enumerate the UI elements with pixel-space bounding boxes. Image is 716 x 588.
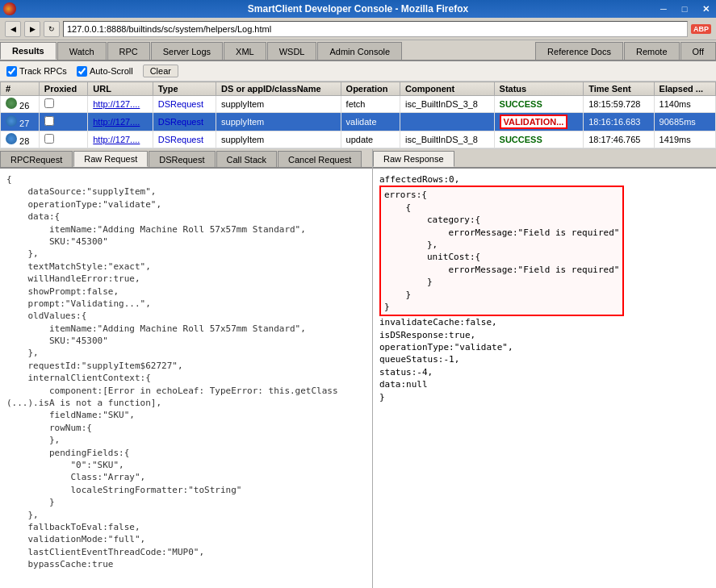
row-icon — [6, 98, 17, 109]
right-panel: Raw Response affectedRows:0, errors:{ { … — [373, 149, 716, 588]
cell-icon: 28 — [1, 131, 40, 148]
bottom-panel: RPCRequest Raw Request DSRequest Call St… — [0, 149, 716, 588]
row-icon — [6, 115, 17, 127]
forward-button[interactable]: ▶ — [24, 21, 40, 37]
tab-reference-docs[interactable]: Reference Docs — [535, 42, 623, 60]
window-controls: ─ □ ✕ — [653, 0, 716, 18]
auto-scroll-checkbox[interactable] — [77, 66, 87, 77]
tab-watch[interactable]: Watch — [57, 42, 107, 60]
cell-component: isc_BuiltInDS_3_8 — [400, 131, 494, 148]
cell-icon: 27 — [1, 113, 40, 131]
col-type: Type — [153, 82, 216, 96]
rpc-table-container: # Proxied URL Type DS or appID/className… — [0, 81, 716, 149]
col-num: # — [1, 82, 40, 96]
cell-ds: supplyItem — [216, 96, 341, 113]
cell-type: DSRequest — [153, 113, 216, 131]
track-rpcs-label[interactable]: Track RPCs — [6, 66, 67, 77]
auto-scroll-label[interactable]: Auto-Scroll — [77, 66, 133, 77]
sub-tab-raw-response[interactable]: Raw Response — [373, 151, 454, 167]
col-time-sent: Time Sent — [584, 82, 654, 96]
cell-url: http://127.... — [88, 131, 153, 148]
auto-scroll-text: Auto-Scroll — [90, 66, 133, 76]
tab-off[interactable]: Off — [680, 42, 716, 60]
abp-badge: ABP — [691, 24, 711, 34]
cell-operation: update — [341, 131, 400, 148]
url-input[interactable] — [63, 21, 688, 37]
row-icon — [6, 133, 17, 144]
cell-proxied — [39, 131, 87, 148]
minimize-button[interactable]: ─ — [653, 0, 674, 18]
close-button[interactable]: ✕ — [695, 0, 716, 18]
cell-type: DSRequest — [153, 131, 216, 148]
maximize-button[interactable]: □ — [674, 0, 695, 18]
col-operation: Operation — [341, 82, 400, 96]
errors-highlight-block: errors:{ { category:{ errorMessage:"Fiel… — [379, 186, 624, 316]
cell-time-sent: 18:17:46.765 — [584, 131, 654, 148]
col-proxied: Proxied — [39, 82, 87, 96]
sub-tab-raw-request[interactable]: Raw Request — [73, 151, 148, 167]
cell-ds: supplyItem — [216, 113, 341, 131]
proxied-checkbox[interactable] — [44, 98, 54, 108]
clear-button[interactable]: Clear — [143, 65, 178, 77]
cell-time-sent: 18:15:59.728 — [584, 96, 654, 113]
cell-proxied — [39, 96, 87, 113]
tab-xml[interactable]: XML — [224, 42, 266, 60]
table-body: 26 http://127.... DSRequest supplyItem f… — [1, 96, 716, 148]
track-rpcs-text: Track RPCs — [19, 66, 67, 76]
cell-url: http://127.... — [88, 96, 153, 113]
title-bar: SmartClient Developer Console - Mozilla … — [0, 0, 716, 18]
left-code-content: { dataSource:"supplyItem", operationType… — [6, 173, 366, 571]
cell-status: SUCCESS — [494, 131, 584, 148]
tab-rpc[interactable]: RPC — [107, 42, 150, 60]
col-ds: DS or appID/className — [216, 82, 341, 96]
main-tab-bar: Results Watch RPC Server Logs XML WSDL A… — [0, 40, 716, 61]
track-rpcs-checkbox[interactable] — [6, 66, 17, 77]
window-title: SmartClient Developer Console - Mozilla … — [248, 3, 468, 15]
sub-tab-cancel-request[interactable]: Cancel Request — [278, 151, 362, 167]
table-row[interactable]: 27 http://127.... DSRequest supplyItem v… — [1, 113, 716, 131]
cell-operation: fetch — [341, 96, 400, 113]
table-row[interactable]: 28 http://127.... DSRequest supplyItem u… — [1, 131, 716, 148]
tab-results[interactable]: Results — [0, 42, 57, 60]
cell-elapsed: 1419ms — [654, 131, 715, 148]
col-component: Component — [400, 82, 494, 96]
cell-icon: 26 — [1, 96, 40, 113]
tab-wsdl[interactable]: WSDL — [267, 42, 317, 60]
col-url: URL — [88, 82, 153, 96]
sub-tab-rpcrequest[interactable]: RPCRequest — [0, 151, 73, 167]
right-code-content: affectedRows:0, errors:{ { category:{ er… — [379, 173, 710, 403]
proxied-checkbox[interactable] — [44, 134, 54, 144]
firefox-icon — [3, 2, 16, 15]
proxied-checkbox[interactable] — [44, 116, 54, 126]
main-content: Results Watch RPC Server Logs XML WSDL A… — [0, 40, 716, 588]
cell-status: VALIDATION... — [494, 113, 584, 131]
left-sub-tab-bar: RPCRequest Raw Request DSRequest Call St… — [0, 149, 372, 169]
reload-button[interactable]: ↻ — [44, 21, 60, 37]
tab-admin-console[interactable]: Admin Console — [317, 42, 402, 60]
rpc-table: # Proxied URL Type DS or appID/className… — [0, 81, 716, 148]
cell-type: DSRequest — [153, 96, 216, 113]
address-bar: ◀ ▶ ↻ ABP — [0, 18, 716, 40]
tab-server-logs[interactable]: Server Logs — [151, 42, 223, 60]
sub-tab-dsrequest[interactable]: DSRequest — [149, 151, 215, 167]
cell-status: SUCCESS — [494, 96, 584, 113]
right-code-area: affectedRows:0, errors:{ { category:{ er… — [373, 169, 716, 588]
sub-tab-call-stack[interactable]: Call Stack — [216, 151, 278, 167]
cell-time-sent: 18:16:16.683 — [584, 113, 654, 131]
left-code-area: { dataSource:"supplyItem", operationType… — [0, 169, 372, 588]
left-panel: RPCRequest Raw Request DSRequest Call St… — [0, 149, 373, 588]
cell-component: isc_BuiltInDS_3_8 — [400, 96, 494, 113]
col-elapsed: Elapsed ... — [654, 82, 715, 96]
right-sub-tab-bar: Raw Response — [373, 149, 716, 169]
col-status: Status — [494, 82, 584, 96]
cell-elapsed: 90685ms — [654, 113, 715, 131]
cell-component — [400, 113, 494, 131]
cell-elapsed: 1140ms — [654, 96, 715, 113]
tab-remote[interactable]: Remote — [624, 42, 680, 60]
toolbar: Track RPCs Auto-Scroll Clear — [0, 61, 716, 81]
table-header-row: # Proxied URL Type DS or appID/className… — [1, 82, 716, 96]
cell-operation: validate — [341, 113, 400, 131]
cell-url: http://127.... — [88, 113, 153, 131]
back-button[interactable]: ◀ — [5, 21, 21, 37]
table-row[interactable]: 26 http://127.... DSRequest supplyItem f… — [1, 96, 716, 113]
